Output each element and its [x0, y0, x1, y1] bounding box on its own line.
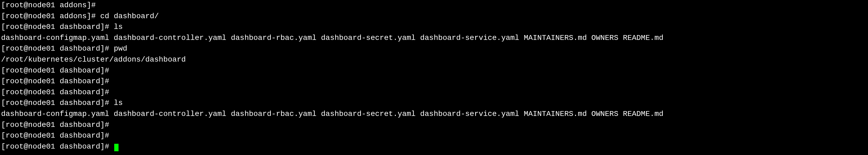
file: dashboard-secret.yaml	[321, 110, 415, 118]
prompt-line-truncated: [root@node01 addons]#	[1, 0, 867, 11]
prompt-line-pwd[interactable]: [root@node01 dashboard]# pwd	[1, 43, 867, 54]
command-input[interactable]: cd dashboard/	[100, 12, 159, 21]
file: dashboard-controller.yaml	[114, 110, 226, 118]
file: OWNERS	[591, 110, 618, 118]
prompt: [root@node01 dashboard]#	[1, 23, 109, 31]
command-input[interactable]: ls	[114, 99, 123, 107]
prompt: [root@node01 addons]#	[1, 1, 96, 9]
file: OWNERS	[591, 34, 618, 42]
prompt: [root@node01 dashboard]#	[1, 99, 109, 107]
prompt: [root@node01 dashboard]#	[1, 143, 109, 151]
prompt: [root@node01 dashboard]#	[1, 44, 109, 53]
file: dashboard-configmap.yaml	[1, 34, 109, 42]
prompt-line-blank[interactable]: [root@node01 dashboard]#	[1, 120, 867, 131]
file: dashboard-secret.yaml	[321, 34, 415, 42]
file: dashboard-configmap.yaml	[1, 110, 109, 118]
prompt: [root@node01 addons]#	[1, 12, 96, 21]
prompt: [root@node01 dashboard]#	[1, 88, 109, 96]
file: dashboard-service.yaml	[420, 34, 519, 42]
prompt-line-current[interactable]: [root@node01 dashboard]#	[1, 141, 867, 152]
file: README.md	[623, 34, 663, 42]
file: MAINTAINERS.md	[524, 34, 587, 42]
file: dashboard-controller.yaml	[114, 34, 226, 42]
prompt: [root@node01 dashboard]#	[1, 121, 109, 129]
prompt: [root@node01 dashboard]#	[1, 66, 109, 75]
prompt-line-ls2[interactable]: [root@node01 dashboard]# ls	[1, 98, 867, 109]
prompt-line-blank[interactable]: [root@node01 dashboard]#	[1, 87, 867, 98]
prompt-line-blank[interactable]: [root@node01 dashboard]#	[1, 130, 867, 141]
prompt-line-blank[interactable]: [root@node01 dashboard]#	[1, 65, 867, 76]
prompt: [root@node01 dashboard]#	[1, 77, 109, 85]
ls-output-1: dashboard-configmap.yaml dashboard-contr…	[1, 33, 867, 44]
command-input[interactable]: pwd	[114, 44, 127, 53]
pwd-output: /root/kubernetes/cluster/addons/dashboar…	[1, 54, 867, 65]
file: README.md	[623, 110, 663, 118]
file: dashboard-service.yaml	[420, 110, 519, 118]
prompt-line-blank[interactable]: [root@node01 dashboard]#	[1, 76, 867, 87]
file: dashboard-rbac.yaml	[231, 34, 316, 42]
ls-output-2: dashboard-configmap.yaml dashboard-contr…	[1, 109, 867, 120]
prompt-line-cd[interactable]: [root@node01 addons]# cd dashboard/	[1, 11, 867, 22]
file: dashboard-rbac.yaml	[231, 110, 316, 118]
command-input[interactable]: ls	[114, 23, 123, 31]
prompt-line-ls1[interactable]: [root@node01 dashboard]# ls	[1, 22, 867, 33]
file: MAINTAINERS.md	[524, 110, 587, 118]
prompt: [root@node01 dashboard]#	[1, 131, 109, 140]
cursor-block	[114, 144, 119, 151]
